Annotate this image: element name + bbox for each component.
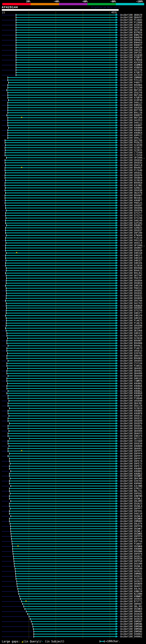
alignment-bar[interactable] [17, 586, 116, 587]
alignment-bar[interactable] [11, 528, 116, 529]
hit-label[interactable]: UniRef100_O49109 [120, 568, 142, 570]
alignment-bar[interactable] [7, 348, 116, 348]
alignment-bar[interactable] [9, 491, 116, 492]
alignment-bar[interactable] [6, 235, 116, 236]
alignment-bar[interactable] [6, 242, 116, 243]
alignment-bar[interactable] [7, 333, 116, 334]
hit-label[interactable]: UniRef100_A4L9G2 [120, 588, 142, 590]
alignment-bar[interactable] [8, 95, 116, 96]
hit-label[interactable]: UniRef100_Q19P40 [120, 99, 142, 102]
alignment-bar[interactable] [13, 551, 116, 552]
hit-label[interactable]: UniRef100_A9U8G6 [120, 385, 142, 387]
alignment-bar[interactable] [16, 17, 116, 18]
hit-label[interactable]: UniRef100_Q9ZWK7 [120, 528, 142, 530]
hit-label[interactable]: UniRef100_A7NSK6 [120, 234, 142, 237]
hit-label[interactable]: UniRef100_A9U8H1 [120, 470, 142, 472]
hit-label[interactable]: UniRef100_Q6IVK8 [120, 330, 142, 332]
hit-label[interactable]: UniRef100_Q42763 [120, 302, 142, 304]
alignment-bar[interactable] [26, 611, 116, 612]
hit-label[interactable]: UniRef100_Q9SER9 [120, 420, 142, 422]
alignment-bar[interactable] [9, 511, 116, 512]
alignment-bar[interactable] [9, 496, 116, 496]
alignment-bar[interactable] [11, 516, 116, 516]
alignment-bar[interactable] [11, 531, 116, 532]
alignment-bar[interactable] [8, 456, 116, 456]
alignment-bar[interactable] [7, 225, 116, 226]
alignment-bar[interactable] [9, 446, 116, 446]
alignment-bar[interactable] [24, 606, 116, 607]
alignment-bar[interactable] [8, 436, 116, 436]
alignment-bar[interactable] [5, 188, 116, 188]
alignment-bar[interactable] [6, 228, 116, 228]
hit-label[interactable]: UniRef100_A9U8F8 [120, 412, 142, 415]
alignment-bar[interactable] [6, 273, 116, 274]
hit-label[interactable]: UniRef100_Q9SER1 [120, 425, 142, 427]
alignment-bar[interactable] [11, 471, 116, 472]
alignment-bar[interactable] [10, 508, 116, 509]
hit-label[interactable]: UniRef100_Q9FZ01 [120, 52, 142, 54]
hit-label[interactable]: UniRef100_O82478 [120, 192, 142, 194]
hit-label[interactable]: UniRef100_Q84XQ9 [120, 375, 142, 377]
alignment-bar[interactable] [6, 313, 116, 314]
hit-label[interactable]: UniRef100_Q9ZWL4 [120, 505, 142, 508]
hit-label[interactable]: UniRef100_Q9FE73 [120, 462, 142, 465]
hit-label[interactable]: UniRef100_Q9SEQ9 [120, 249, 142, 252]
hit-label[interactable]: UniRef100_B6SUD1 [120, 197, 142, 199]
alignment-bar[interactable] [7, 388, 116, 389]
alignment-bar[interactable] [16, 22, 116, 23]
alignment-bar[interactable] [6, 205, 116, 206]
alignment-bar[interactable] [5, 147, 116, 148]
alignment-bar[interactable] [16, 72, 116, 73]
hit-label[interactable]: UniRef100_Q9M5N7 [120, 620, 142, 623]
hit-label[interactable]: UniRef100_P10848 [120, 397, 142, 400]
alignment-bar[interactable] [11, 536, 116, 537]
alignment-bar[interactable] [5, 195, 116, 196]
alignment-bar[interactable] [16, 35, 116, 36]
hit-label[interactable]: UniRef100_Q9SEQ1 [120, 172, 142, 174]
alignment-bar[interactable] [9, 408, 116, 409]
hit-label[interactable]: UniRef100_Q4R1F4 [120, 435, 142, 437]
hit-label[interactable]: UniRef100_A5B8S9 [120, 66, 142, 69]
hit-label[interactable]: UniRef100_P25141 [120, 79, 142, 81]
alignment-bar[interactable] [9, 461, 116, 462]
hit-label[interactable]: UniRef100_Q75ZY3 [120, 214, 142, 217]
alignment-bar[interactable] [16, 70, 116, 70]
alignment-bar[interactable] [6, 300, 116, 301]
alignment-bar[interactable] [7, 158, 116, 158]
alignment-bar[interactable] [9, 476, 116, 476]
hit-label[interactable]: UniRef100_O24599 [120, 144, 142, 146]
alignment-bar[interactable] [5, 150, 116, 150]
alignment-bar[interactable] [8, 441, 116, 441]
alignment-bar[interactable] [16, 55, 116, 56]
hit-label[interactable]: UniRef100_Q4R1F7 [120, 312, 142, 314]
hit-label[interactable]: UniRef100_Q9SER2 [120, 290, 142, 292]
hit-label[interactable]: UniRef100_O23819 [120, 407, 142, 410]
hit-label[interactable]: UniRef100_Q9SER0 [120, 400, 142, 402]
alignment-bar[interactable] [16, 65, 116, 65]
alignment-bar[interactable] [6, 208, 116, 208]
hit-label[interactable]: UniRef100_Q9FPF6 [120, 538, 142, 540]
alignment-bar[interactable] [5, 185, 116, 186]
alignment-bar[interactable] [16, 20, 116, 20]
hit-label[interactable]: UniRef100_Q9M6B5 [120, 76, 142, 79]
alignment-bar[interactable] [5, 172, 116, 173]
alignment-bar[interactable] [16, 60, 116, 60]
hit-label[interactable]: UniRef100_Q9SEQ2 [120, 294, 142, 297]
hit-label[interactable]: UniRef100_Q94IL8 [120, 164, 142, 166]
alignment-bar[interactable] [5, 160, 116, 160]
alignment-bar[interactable] [7, 115, 116, 116]
alignment-bar[interactable] [8, 105, 116, 106]
hit-label[interactable]: UniRef100_Q9M5N5 [120, 630, 142, 633]
hit-label[interactable]: UniRef100_B6F2D0 [120, 116, 142, 119]
alignment-bar[interactable] [12, 544, 116, 544]
alignment-bar[interactable] [8, 125, 116, 126]
alignment-bar[interactable] [9, 128, 116, 128]
alignment-bar[interactable] [16, 40, 116, 40]
alignment-bar[interactable] [16, 57, 116, 58]
alignment-bar[interactable] [16, 14, 116, 15]
hit-label[interactable]: UniRef100_Q9SNX9 [120, 582, 142, 585]
hit-label[interactable]: UniRef100_B9V0R7 [120, 340, 142, 342]
hit-label[interactable]: UniRef100_P48977 [120, 81, 142, 84]
hit-label[interactable]: UniRef100_Q5GA23 [120, 502, 142, 505]
hit-label[interactable]: UniRef100_P17648 [120, 169, 142, 172]
